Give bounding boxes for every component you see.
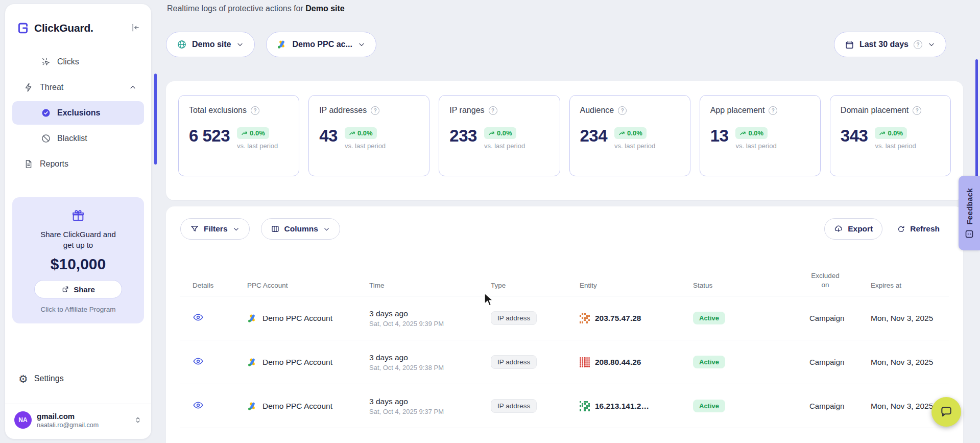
stat-value: 343 [841, 127, 868, 144]
google-ads-icon [277, 39, 287, 50]
status-badge: Active [693, 356, 725, 368]
time-relative: 3 days ago [369, 353, 491, 362]
stat-value: 13 [710, 127, 729, 144]
status-badge: Active [693, 400, 725, 412]
lightning-icon [23, 82, 34, 92]
columns-icon [271, 224, 280, 234]
table-row: Demo PPC Account 3 days agoSat, Oct 4, 2… [180, 340, 949, 384]
nav-label: Reports [40, 159, 68, 169]
filters-button[interactable]: Filters [180, 218, 250, 240]
trend-badge: 0.0% [614, 127, 647, 139]
nav-scrollbar[interactable] [154, 74, 157, 165]
details-eye-button[interactable] [193, 356, 204, 368]
stat-label: IP addresses [319, 106, 367, 115]
affiliate-promo-card: Share ClickGuard and get up to $10,000 S… [12, 197, 144, 323]
entity-identicon [580, 357, 590, 367]
avatar: NA [14, 411, 32, 429]
help-icon[interactable]: ? [618, 106, 627, 115]
google-ads-icon [247, 357, 257, 367]
excluded-on-value: Campaign [809, 402, 871, 410]
sidebar-item-settings[interactable]: ⚙ Settings [5, 367, 151, 390]
affiliate-link[interactable]: Click to Affiliate Program [20, 306, 136, 313]
sidebar-item-blacklist[interactable]: Blacklist [12, 127, 144, 150]
trend-badge: 0.0% [875, 127, 907, 139]
clickguard-logo-icon [16, 21, 30, 35]
nav-label: Threat [40, 83, 63, 92]
export-button-label: Export [848, 224, 873, 234]
refresh-button[interactable]: Refresh [897, 224, 940, 234]
funnel-icon [190, 224, 199, 234]
trend-up-icon [879, 130, 886, 136]
help-icon[interactable]: ? [769, 106, 777, 115]
refresh-icon [897, 225, 905, 234]
refresh-button-label: Refresh [910, 224, 940, 234]
time-full: Sat, Oct 4, 2025 9:38 PM [369, 364, 491, 371]
trend-badge: 0.0% [484, 127, 516, 139]
stat-card-audience: Audience? 234 0.0% vs. last period [569, 95, 690, 176]
stat-label: IP ranges [449, 106, 484, 115]
exclusions-table-panel: Filters Columns Export Refresh Details P… [166, 206, 963, 443]
trend-value: 0.0% [250, 129, 265, 137]
chat-launcher-button[interactable] [931, 397, 961, 427]
feedback-tab[interactable]: Feedback [959, 176, 980, 250]
promo-amount: $10,000 [20, 255, 136, 273]
time-relative: 3 days ago [369, 309, 491, 318]
ppc-account-name: Demo PPC Account [262, 358, 332, 367]
stat-value: 43 [319, 127, 338, 144]
table-row: 3 days ago [180, 428, 949, 443]
ppc-account-selector[interactable]: Demo PPC ac... [266, 32, 376, 57]
user-meta: gmail.com naatali.ro@gmail.com [37, 412, 99, 429]
stat-value: 6 523 [189, 127, 230, 144]
export-button[interactable]: Export [824, 218, 882, 240]
stat-label: App placement [710, 106, 765, 115]
collapse-sidebar-button[interactable] [130, 22, 140, 34]
chevron-down-icon [927, 40, 936, 49]
date-range-selector[interactable]: Last 30 days ? [834, 32, 946, 57]
entity-value: 208.80.44.26 [595, 358, 641, 367]
stat-label: Total exclusions [189, 106, 247, 115]
help-icon[interactable]: ? [913, 106, 921, 115]
feedback-widget-icon [965, 230, 973, 238]
cloud-download-icon [834, 224, 843, 234]
help-icon[interactable]: ? [371, 106, 379, 115]
trend-value: 0.0% [748, 129, 763, 137]
type-badge: IP address [491, 355, 537, 369]
sidebar-item-reports[interactable]: Reports [12, 152, 144, 176]
google-ads-icon [247, 401, 257, 411]
column-header-details: Details [180, 282, 247, 289]
stat-card-app-placement: App placement? 13 0.0% vs. last period [700, 95, 821, 176]
shield-check-icon [41, 108, 51, 118]
table-row: Demo PPC Account 3 days agoSat, Oct 4, 2… [180, 384, 949, 428]
trend-up-icon [488, 130, 495, 136]
column-header-excluded-on: Excluded on [809, 271, 841, 289]
sidebar-item-exclusions[interactable]: Exclusions [12, 101, 144, 125]
user-email: naatali.ro@gmail.com [37, 422, 99, 429]
table-toolbar: Filters Columns Export Refresh [180, 218, 949, 240]
promo-line2: get up to [63, 241, 93, 249]
chevron-up-icon [129, 83, 137, 91]
sidebar-item-clicks[interactable]: Clicks [12, 50, 144, 74]
share-button[interactable]: Share [34, 280, 122, 298]
details-eye-button[interactable] [193, 312, 204, 324]
user-name: gmail.com [37, 412, 99, 421]
settings-label: Settings [34, 374, 64, 383]
chat-bubble-icon [940, 405, 953, 418]
help-icon[interactable]: ? [489, 106, 497, 115]
expires-at-value: Mon, Nov 3, 2025 [871, 358, 949, 367]
help-icon[interactable]: ? [251, 106, 259, 115]
account-switcher[interactable]: NA gmail.com naatali.ro@gmail.com [5, 411, 151, 439]
nav-label: Blacklist [57, 134, 87, 143]
collapse-sidebar-icon [130, 22, 140, 33]
columns-button[interactable]: Columns [261, 218, 340, 240]
site-selector[interactable]: Demo site [166, 32, 255, 57]
column-header-type: Type [491, 282, 580, 289]
chevron-down-icon [232, 225, 240, 233]
columns-button-label: Columns [284, 224, 318, 234]
help-icon[interactable]: ? [914, 40, 922, 49]
ppc-account-selector-label: Demo PPC ac... [292, 40, 352, 49]
promo-text: Share ClickGuard and get up to [20, 229, 136, 250]
clickguard-logo[interactable]: ClickGuard. [16, 21, 93, 35]
details-eye-button[interactable] [193, 400, 204, 412]
sidebar-item-threat[interactable]: Threat [12, 76, 144, 99]
status-badge: Active [693, 312, 725, 324]
